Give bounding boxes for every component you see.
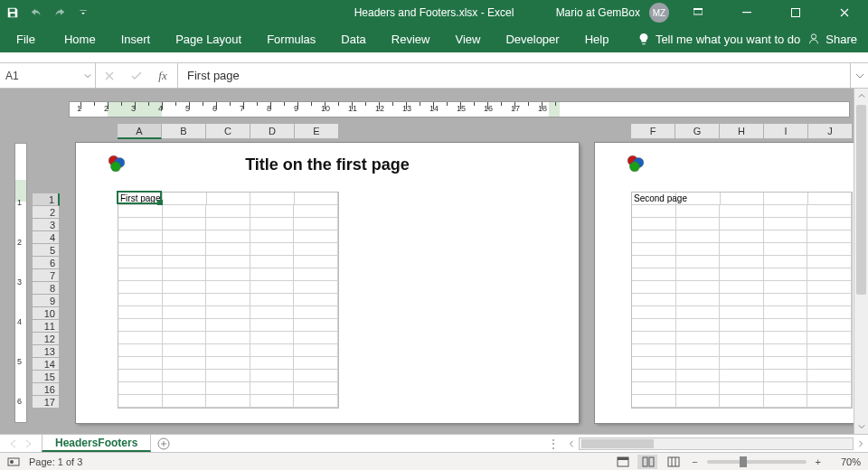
cell[interactable] [118, 256, 163, 268]
new-sheet-button[interactable] [151, 435, 176, 452]
cell[interactable] [163, 319, 207, 332]
cell[interactable] [764, 281, 808, 294]
cell[interactable] [764, 357, 808, 370]
cell[interactable] [676, 193, 721, 205]
column-header[interactable]: I [764, 123, 808, 139]
cell[interactable] [807, 306, 852, 319]
cell[interactable] [250, 395, 295, 408]
cell[interactable] [250, 306, 295, 319]
cell[interactable] [632, 230, 676, 243]
cell[interactable] [632, 332, 676, 344]
cell[interactable] [163, 205, 207, 218]
cell[interactable] [118, 319, 163, 332]
column-header[interactable]: F [631, 123, 675, 139]
row-header[interactable]: 15 [33, 371, 60, 383]
zoom-value[interactable]: 70% [830, 456, 861, 467]
tab-review[interactable]: Review [379, 25, 443, 52]
cell[interactable] [676, 395, 721, 408]
cell[interactable] [206, 230, 250, 243]
vertical-scrollbar-thumb[interactable] [856, 105, 866, 295]
cell[interactable] [163, 332, 207, 344]
cell[interactable] [676, 319, 721, 332]
maximize-button[interactable] [776, 0, 816, 25]
cell[interactable] [764, 243, 808, 256]
close-button[interactable] [825, 0, 864, 25]
sheet-nav-first-icon[interactable] [5, 439, 20, 448]
row-header[interactable]: 4 [33, 231, 60, 244]
tab-home[interactable]: Home [52, 25, 108, 52]
tell-me-search[interactable]: Tell me what you want to do [637, 33, 800, 46]
cell[interactable] [807, 294, 852, 306]
vertical-scrollbar[interactable] [854, 89, 868, 434]
cell[interactable] [118, 281, 163, 294]
cell[interactable] [250, 256, 295, 268]
cell[interactable] [807, 218, 852, 230]
cell[interactable] [163, 370, 207, 382]
row-header[interactable]: 17 [33, 396, 60, 409]
cell[interactable] [720, 319, 764, 332]
cell[interactable] [720, 332, 764, 344]
cell[interactable] [720, 230, 764, 243]
row-header[interactable]: 7 [33, 269, 60, 282]
cell[interactable] [163, 193, 207, 205]
redo-icon[interactable] [52, 5, 67, 20]
horizontal-scrollbar[interactable]: ⋮ [542, 435, 868, 452]
cell[interactable] [676, 382, 721, 395]
cell[interactable] [720, 268, 764, 281]
cell[interactable] [720, 281, 764, 294]
tab-developer[interactable]: Developer [493, 25, 571, 52]
zoom-in-button[interactable]: + [812, 456, 825, 467]
cell[interactable] [294, 294, 338, 306]
zoom-slider-knob[interactable] [740, 456, 747, 467]
cell[interactable] [118, 218, 163, 230]
cell[interactable] [118, 205, 163, 218]
cell[interactable] [720, 256, 764, 268]
cell[interactable] [807, 268, 852, 281]
tab-split-handle-icon[interactable]: ⋮ [542, 437, 564, 450]
cell[interactable] [294, 218, 338, 230]
cell[interactable]: First page [118, 193, 163, 205]
tab-page-layout[interactable]: Page Layout [163, 25, 254, 52]
cell[interactable] [764, 218, 808, 230]
cell[interactable] [118, 230, 163, 243]
cell[interactable] [163, 344, 207, 357]
cell[interactable] [250, 243, 295, 256]
cell[interactable] [294, 395, 338, 408]
tab-formulas[interactable]: Formulas [254, 25, 328, 52]
horizontal-scrollbar-thumb[interactable] [581, 439, 654, 448]
row-header[interactable]: 8 [33, 282, 60, 295]
cell[interactable] [118, 332, 163, 344]
normal-view-button[interactable] [612, 455, 632, 469]
cell[interactable] [807, 332, 852, 344]
cell[interactable] [632, 319, 676, 332]
cell[interactable] [632, 357, 676, 370]
column-header[interactable]: H [720, 123, 764, 139]
cell[interactable] [206, 218, 250, 230]
worksheet-grid-page1[interactable]: First page [118, 192, 339, 409]
cell[interactable] [206, 281, 250, 294]
cell[interactable] [206, 370, 250, 382]
cell[interactable] [163, 230, 207, 243]
cell[interactable] [118, 395, 163, 408]
cell[interactable] [676, 294, 721, 306]
row-header[interactable]: 6 [33, 257, 60, 269]
cell[interactable] [676, 205, 721, 218]
share-button[interactable]: Share [807, 33, 857, 46]
cell[interactable] [676, 370, 721, 382]
ribbon-display-options-icon[interactable] [678, 0, 718, 25]
chevron-down-icon[interactable] [84, 72, 91, 80]
cell[interactable] [163, 382, 207, 395]
cell[interactable] [764, 294, 808, 306]
column-header[interactable]: G [675, 123, 720, 139]
column-header[interactable]: C [206, 123, 250, 139]
row-header[interactable]: 12 [33, 333, 60, 345]
cell[interactable] [250, 294, 295, 306]
cell[interactable] [118, 243, 163, 256]
record-macro-icon[interactable] [7, 456, 20, 468]
cell[interactable] [807, 281, 852, 294]
cancel-formula-icon[interactable] [96, 63, 123, 88]
cell[interactable] [163, 294, 207, 306]
cell[interactable] [118, 370, 163, 382]
cell[interactable] [294, 344, 338, 357]
row-header[interactable]: 11 [33, 320, 60, 333]
